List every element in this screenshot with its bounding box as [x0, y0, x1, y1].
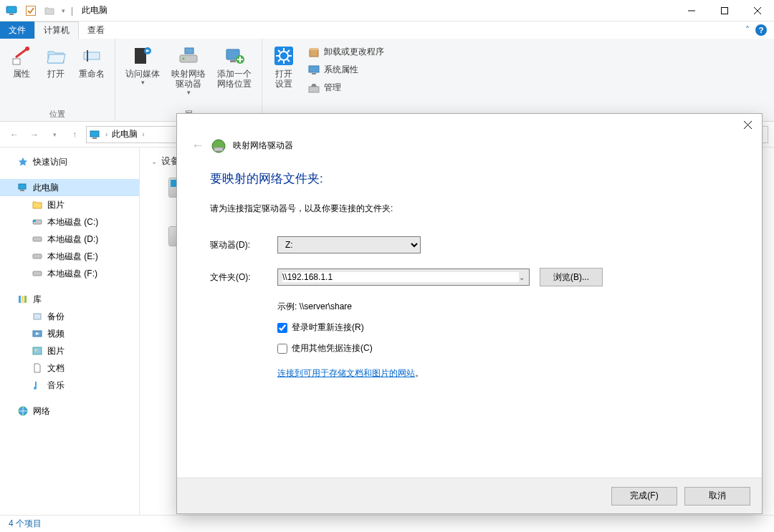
other-credentials-row: 使用其他凭据连接(C)	[277, 342, 729, 354]
chevron-down-icon[interactable]: ⌄	[519, 274, 525, 281]
open-settings-button[interactable]: 打开 设置	[268, 42, 300, 121]
finish-button[interactable]: 完成(F)	[611, 487, 677, 506]
window-titlebar: ▾ | 此电脑	[0, 0, 774, 21]
maximize-button[interactable]	[708, 0, 741, 21]
folder-row: 文件夹(O): ⌄ 浏览(B)...	[210, 268, 729, 286]
svg-point-7	[25, 47, 29, 51]
video-icon	[32, 328, 43, 339]
svg-rect-44	[33, 271, 42, 276]
svg-rect-48	[34, 314, 41, 319]
chevron-right-icon[interactable]: ›	[105, 130, 108, 138]
reconnect-checkbox[interactable]	[277, 323, 287, 333]
svg-rect-9	[84, 52, 100, 59]
other-credentials-checkbox[interactable]	[277, 344, 287, 354]
sidebar-item-disk-d[interactable]: 本地磁盘 (D:)	[0, 231, 139, 248]
svg-rect-15	[185, 48, 194, 54]
chevron-down-icon: ⌄	[151, 158, 157, 165]
dialog-close-button[interactable]	[733, 115, 762, 135]
uninstall-programs-button[interactable]: 卸载或更改程序	[305, 44, 387, 59]
nav-forward-button[interactable]: →	[26, 126, 43, 143]
drive-label: 驱动器(D):	[210, 239, 277, 251]
help-icon[interactable]: ?	[755, 24, 767, 36]
svg-rect-32	[312, 73, 316, 74]
cancel-button[interactable]: 取消	[684, 487, 750, 506]
pictures-icon	[32, 345, 43, 357]
sidebar-item-disk-e[interactable]: 本地磁盘 (E:)	[0, 248, 139, 265]
access-media-button[interactable]: 访问媒体 ▾	[121, 42, 164, 107]
nav-back-button[interactable]: ←	[6, 126, 23, 143]
ribbon-tabs: 文件 计算机 查看 ˄ ?	[0, 21, 774, 39]
sidebar-item-documents[interactable]: 文档	[0, 359, 139, 377]
connect-website-link[interactable]: 连接到可用于存储文档和图片的网站	[277, 368, 415, 378]
svg-point-51	[35, 349, 37, 352]
titlebar-separator: |	[71, 6, 73, 16]
reconnect-checkbox-row: 登录时重新连接(R)	[277, 321, 729, 334]
sidebar-item-library[interactable]: 库	[0, 291, 139, 308]
system-properties-button[interactable]: 系统属性	[305, 62, 387, 77]
pc-small-icon	[90, 130, 101, 139]
rename-button[interactable]: 重命名	[75, 42, 109, 107]
svg-rect-42	[33, 237, 42, 241]
qat-dropdown-icon[interactable]: ▾	[62, 7, 65, 14]
dialog-body: 要映射的网络文件夹: 请为连接指定驱动器号，以及你要连接的文件夹: 驱动器(D)…	[177, 162, 762, 478]
sidebar-item-backup[interactable]: 备份	[0, 308, 139, 325]
folder-combobox[interactable]: ⌄	[277, 269, 530, 286]
dialog-back-button[interactable]: ←	[191, 138, 204, 153]
sidebar-item-pictures2[interactable]: 图片	[0, 342, 139, 359]
nav-recent-button[interactable]: ▾	[46, 126, 63, 143]
sidebar-item-quick-access[interactable]: 快速访问	[0, 153, 139, 170]
document-icon	[32, 362, 43, 374]
tab-view[interactable]: 查看	[79, 21, 113, 39]
sidebar-item-music[interactable]: 音乐	[0, 377, 139, 394]
tools-icon	[308, 82, 320, 94]
checkbox-icon[interactable]	[24, 4, 37, 17]
tab-file[interactable]: 文件	[0, 21, 34, 39]
browse-button[interactable]: 浏览(B)...	[540, 268, 603, 286]
dialog-titlebar	[177, 114, 762, 135]
folder-input[interactable]	[282, 272, 519, 282]
map-network-drive-button[interactable]: 映射网络 驱动器 ▾	[167, 42, 210, 107]
svg-point-14	[183, 58, 185, 60]
dialog-description: 请为连接指定驱动器号，以及你要连接的文件夹:	[210, 203, 729, 215]
tab-computer[interactable]: 计算机	[34, 21, 79, 39]
pc-icon	[6, 4, 19, 17]
example-text: 示例: \\server\share	[277, 301, 729, 313]
svg-rect-31	[309, 66, 319, 72]
sidebar-item-video[interactable]: 视频	[0, 325, 139, 342]
sidebar-item-thispc[interactable]: 此电脑	[0, 179, 139, 196]
sidebar-item-disk-f[interactable]: 本地磁盘 (F:)	[0, 265, 139, 282]
svg-rect-34	[90, 131, 99, 137]
svg-rect-46	[22, 296, 24, 303]
add-network-location-button[interactable]: 添加一个 网络位置	[213, 42, 256, 107]
close-button[interactable]	[741, 0, 774, 21]
open-button[interactable]: 打开	[40, 42, 72, 107]
svg-rect-47	[24, 296, 27, 303]
monitor-icon	[308, 64, 320, 76]
minimize-button[interactable]	[675, 0, 708, 21]
svg-rect-43	[33, 254, 42, 258]
folder-small-icon[interactable]	[43, 4, 56, 17]
svg-rect-1	[9, 14, 14, 15]
svg-rect-38	[19, 184, 26, 189]
svg-rect-57	[214, 147, 223, 151]
folder-label: 文件夹(O):	[210, 271, 277, 284]
manage-button[interactable]: 管理	[305, 80, 387, 95]
collapse-ribbon-icon[interactable]: ˄	[745, 25, 750, 35]
properties-button[interactable]: 属性	[6, 42, 37, 107]
svg-rect-0	[6, 6, 16, 13]
drive-letter-select[interactable]: Z:	[277, 236, 421, 253]
nav-up-button[interactable]: ↑	[66, 126, 83, 143]
box-icon	[308, 47, 320, 58]
sidebar-item-disk-c[interactable]: 本地磁盘 (C:)	[0, 213, 139, 231]
dialog-title: 映射网络驱动器	[233, 140, 293, 152]
backup-icon	[32, 311, 43, 322]
ribbon-group-system: 打开 设置 卸载或更改程序 系统属性 管理	[262, 39, 396, 121]
chevron-right-icon[interactable]: ›	[142, 130, 144, 138]
sidebar-item-pictures[interactable]: 图片	[0, 196, 139, 213]
other-credentials-label: 使用其他凭据连接(C)	[292, 342, 373, 354]
drive-icon	[32, 268, 43, 279]
breadcrumb-thispc[interactable]: 此电脑	[112, 128, 138, 140]
sidebar-item-network[interactable]: 网络	[0, 402, 139, 420]
website-link-row: 连接到可用于存储文档和图片的网站。	[277, 367, 729, 379]
ribbon: 属性 打开 重命名 位置 访问媒体 ▾ 映射网络 驱动器 ▾	[0, 39, 774, 122]
